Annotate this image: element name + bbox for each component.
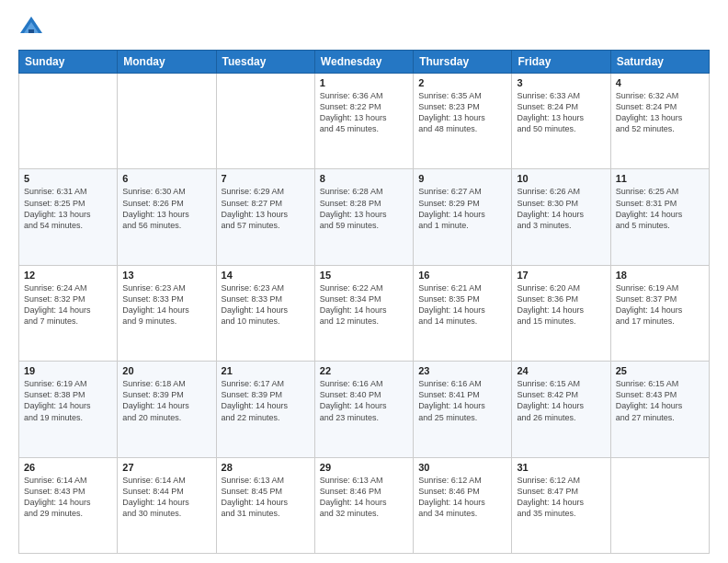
day-info: Sunrise: 6:14 AM Sunset: 8:43 PM Dayligh… bbox=[24, 475, 112, 520]
calendar-cell bbox=[216, 74, 314, 169]
calendar-cell: 17Sunrise: 6:20 AM Sunset: 8:36 PM Dayli… bbox=[512, 265, 610, 361]
day-number: 8 bbox=[320, 173, 408, 184]
calendar-cell: 19Sunrise: 6:19 AM Sunset: 8:38 PM Dayli… bbox=[19, 362, 118, 457]
calendar-header-thursday: Thursday bbox=[414, 51, 512, 74]
day-number: 4 bbox=[616, 77, 704, 88]
day-info: Sunrise: 6:23 AM Sunset: 8:33 PM Dayligh… bbox=[122, 282, 210, 327]
calendar-cell: 12Sunrise: 6:24 AM Sunset: 8:32 PM Dayli… bbox=[19, 265, 118, 361]
svg-rect-2 bbox=[28, 29, 34, 33]
day-info: Sunrise: 6:27 AM Sunset: 8:29 PM Dayligh… bbox=[418, 186, 506, 231]
day-info: Sunrise: 6:29 AM Sunset: 8:27 PM Dayligh… bbox=[222, 186, 310, 231]
calendar-cell bbox=[19, 74, 118, 169]
day-info: Sunrise: 6:19 AM Sunset: 8:38 PM Dayligh… bbox=[24, 378, 112, 423]
logo-icon bbox=[18, 15, 44, 40]
day-number: 10 bbox=[517, 173, 605, 184]
calendar-cell: 7Sunrise: 6:29 AM Sunset: 8:27 PM Daylig… bbox=[216, 169, 314, 265]
day-info: Sunrise: 6:22 AM Sunset: 8:34 PM Dayligh… bbox=[320, 282, 408, 327]
calendar-cell: 20Sunrise: 6:18 AM Sunset: 8:39 PM Dayli… bbox=[118, 362, 216, 457]
calendar-cell: 30Sunrise: 6:12 AM Sunset: 8:46 PM Dayli… bbox=[414, 457, 512, 553]
calendar-cell: 16Sunrise: 6:21 AM Sunset: 8:35 PM Dayli… bbox=[414, 265, 512, 361]
calendar-week-4: 26Sunrise: 6:14 AM Sunset: 8:43 PM Dayli… bbox=[19, 457, 710, 553]
calendar-header-saturday: Saturday bbox=[610, 51, 709, 74]
calendar-header-friday: Friday bbox=[512, 51, 610, 74]
day-info: Sunrise: 6:12 AM Sunset: 8:46 PM Dayligh… bbox=[418, 475, 506, 520]
calendar-header-sunday: Sunday bbox=[19, 51, 118, 74]
day-number: 21 bbox=[222, 365, 310, 376]
day-number: 2 bbox=[418, 77, 506, 88]
day-info: Sunrise: 6:32 AM Sunset: 8:24 PM Dayligh… bbox=[616, 90, 704, 135]
calendar-cell: 28Sunrise: 6:13 AM Sunset: 8:45 PM Dayli… bbox=[216, 457, 314, 553]
calendar-header-tuesday: Tuesday bbox=[216, 51, 314, 74]
day-info: Sunrise: 6:35 AM Sunset: 8:23 PM Dayligh… bbox=[418, 90, 506, 135]
day-info: Sunrise: 6:31 AM Sunset: 8:25 PM Dayligh… bbox=[24, 186, 112, 231]
day-number: 19 bbox=[24, 365, 112, 376]
day-number: 26 bbox=[24, 462, 112, 473]
calendar-cell: 26Sunrise: 6:14 AM Sunset: 8:43 PM Dayli… bbox=[19, 457, 118, 553]
calendar-cell: 1Sunrise: 6:36 AM Sunset: 8:22 PM Daylig… bbox=[314, 74, 413, 169]
calendar-cell: 22Sunrise: 6:16 AM Sunset: 8:40 PM Dayli… bbox=[314, 362, 413, 457]
day-info: Sunrise: 6:24 AM Sunset: 8:32 PM Dayligh… bbox=[24, 282, 112, 327]
day-info: Sunrise: 6:25 AM Sunset: 8:31 PM Dayligh… bbox=[616, 186, 704, 231]
day-info: Sunrise: 6:17 AM Sunset: 8:39 PM Dayligh… bbox=[222, 378, 310, 423]
calendar-week-2: 12Sunrise: 6:24 AM Sunset: 8:32 PM Dayli… bbox=[19, 265, 710, 361]
logo bbox=[18, 15, 48, 40]
calendar-week-3: 19Sunrise: 6:19 AM Sunset: 8:38 PM Dayli… bbox=[19, 362, 710, 457]
calendar-cell: 6Sunrise: 6:30 AM Sunset: 8:26 PM Daylig… bbox=[118, 169, 216, 265]
calendar-cell: 3Sunrise: 6:33 AM Sunset: 8:24 PM Daylig… bbox=[512, 74, 610, 169]
day-number: 11 bbox=[616, 173, 704, 184]
calendar-cell: 24Sunrise: 6:15 AM Sunset: 8:42 PM Dayli… bbox=[512, 362, 610, 457]
day-info: Sunrise: 6:36 AM Sunset: 8:22 PM Dayligh… bbox=[320, 90, 408, 135]
day-number: 7 bbox=[222, 173, 310, 184]
day-info: Sunrise: 6:26 AM Sunset: 8:30 PM Dayligh… bbox=[517, 186, 605, 231]
calendar: SundayMondayTuesdayWednesdayThursdayFrid… bbox=[18, 50, 710, 554]
day-info: Sunrise: 6:14 AM Sunset: 8:44 PM Dayligh… bbox=[122, 475, 210, 520]
day-info: Sunrise: 6:13 AM Sunset: 8:45 PM Dayligh… bbox=[222, 475, 310, 520]
day-info: Sunrise: 6:21 AM Sunset: 8:35 PM Dayligh… bbox=[418, 282, 506, 327]
day-number: 5 bbox=[24, 173, 112, 184]
calendar-cell: 14Sunrise: 6:23 AM Sunset: 8:33 PM Dayli… bbox=[216, 265, 314, 361]
calendar-header-monday: Monday bbox=[118, 51, 216, 74]
day-number: 29 bbox=[320, 462, 408, 473]
calendar-cell: 31Sunrise: 6:12 AM Sunset: 8:47 PM Dayli… bbox=[512, 457, 610, 553]
day-info: Sunrise: 6:19 AM Sunset: 8:37 PM Dayligh… bbox=[616, 282, 704, 327]
day-number: 3 bbox=[517, 77, 605, 88]
day-number: 15 bbox=[320, 270, 408, 281]
day-number: 17 bbox=[517, 270, 605, 281]
calendar-cell: 8Sunrise: 6:28 AM Sunset: 8:28 PM Daylig… bbox=[314, 169, 413, 265]
calendar-cell: 23Sunrise: 6:16 AM Sunset: 8:41 PM Dayli… bbox=[414, 362, 512, 457]
calendar-cell: 10Sunrise: 6:26 AM Sunset: 8:30 PM Dayli… bbox=[512, 169, 610, 265]
page: SundayMondayTuesdayWednesdayThursdayFrid… bbox=[0, 0, 728, 563]
day-info: Sunrise: 6:20 AM Sunset: 8:36 PM Dayligh… bbox=[517, 282, 605, 327]
day-number: 13 bbox=[122, 270, 210, 281]
day-number: 25 bbox=[616, 365, 704, 376]
calendar-cell: 15Sunrise: 6:22 AM Sunset: 8:34 PM Dayli… bbox=[314, 265, 413, 361]
calendar-week-1: 5Sunrise: 6:31 AM Sunset: 8:25 PM Daylig… bbox=[19, 169, 710, 265]
day-number: 14 bbox=[222, 270, 310, 281]
day-number: 31 bbox=[517, 462, 605, 473]
calendar-cell bbox=[118, 74, 216, 169]
header bbox=[18, 15, 710, 40]
day-info: Sunrise: 6:23 AM Sunset: 8:33 PM Dayligh… bbox=[222, 282, 310, 327]
calendar-cell: 18Sunrise: 6:19 AM Sunset: 8:37 PM Dayli… bbox=[610, 265, 709, 361]
day-number: 9 bbox=[418, 173, 506, 184]
day-info: Sunrise: 6:12 AM Sunset: 8:47 PM Dayligh… bbox=[517, 475, 605, 520]
day-info: Sunrise: 6:16 AM Sunset: 8:40 PM Dayligh… bbox=[320, 378, 408, 423]
calendar-header-row: SundayMondayTuesdayWednesdayThursdayFrid… bbox=[19, 51, 710, 74]
day-number: 6 bbox=[122, 173, 210, 184]
calendar-cell: 2Sunrise: 6:35 AM Sunset: 8:23 PM Daylig… bbox=[414, 74, 512, 169]
day-info: Sunrise: 6:13 AM Sunset: 8:46 PM Dayligh… bbox=[320, 475, 408, 520]
calendar-cell: 4Sunrise: 6:32 AM Sunset: 8:24 PM Daylig… bbox=[610, 74, 709, 169]
calendar-cell: 11Sunrise: 6:25 AM Sunset: 8:31 PM Dayli… bbox=[610, 169, 709, 265]
calendar-cell: 29Sunrise: 6:13 AM Sunset: 8:46 PM Dayli… bbox=[314, 457, 413, 553]
day-info: Sunrise: 6:30 AM Sunset: 8:26 PM Dayligh… bbox=[122, 186, 210, 231]
day-number: 30 bbox=[418, 462, 506, 473]
day-info: Sunrise: 6:15 AM Sunset: 8:42 PM Dayligh… bbox=[517, 378, 605, 423]
day-number: 18 bbox=[616, 270, 704, 281]
day-number: 23 bbox=[418, 365, 506, 376]
day-number: 20 bbox=[122, 365, 210, 376]
day-number: 27 bbox=[122, 462, 210, 473]
day-number: 28 bbox=[222, 462, 310, 473]
day-number: 24 bbox=[517, 365, 605, 376]
day-number: 22 bbox=[320, 365, 408, 376]
calendar-cell: 5Sunrise: 6:31 AM Sunset: 8:25 PM Daylig… bbox=[19, 169, 118, 265]
